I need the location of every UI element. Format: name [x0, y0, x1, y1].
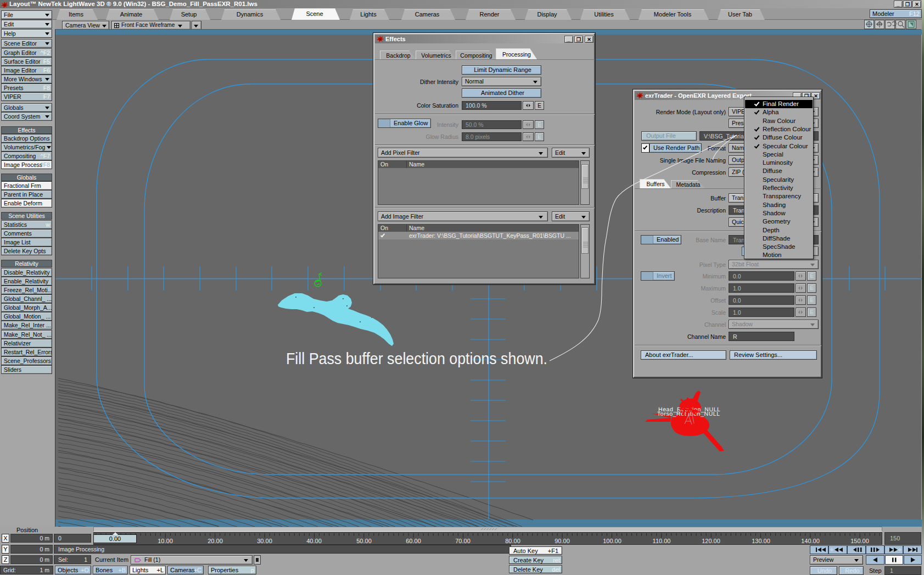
svg-text:130.00: 130.00 — [752, 538, 770, 544]
svg-text:120.00: 120.00 — [702, 538, 720, 544]
svg-text:Fill Pass buffer selection opt: Fill Pass buffer selection options shown… — [286, 350, 547, 367]
svg-text:40.00: 40.00 — [306, 538, 322, 544]
svg-text:50.00: 50.00 — [356, 538, 372, 544]
svg-text:10.00: 10.00 — [158, 538, 173, 544]
svg-text:20.00: 20.00 — [208, 538, 223, 544]
svg-text:30.00: 30.00 — [257, 538, 272, 544]
svg-text:100.00: 100.00 — [603, 538, 621, 544]
svg-text:80.00: 80.00 — [505, 538, 520, 544]
svg-text:110.00: 110.00 — [653, 538, 671, 544]
svg-text:90.00: 90.00 — [555, 538, 570, 544]
svg-text:60.00: 60.00 — [406, 538, 421, 544]
svg-text:140.00: 140.00 — [801, 538, 820, 544]
svg-text:70.00: 70.00 — [455, 538, 471, 544]
svg-text:150.00: 150.00 — [850, 538, 869, 544]
